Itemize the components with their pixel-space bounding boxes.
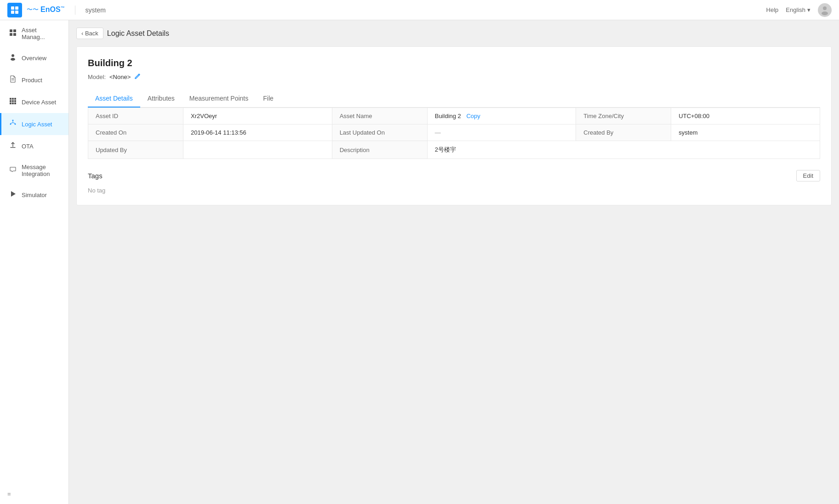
sidebar-item-label: Product xyxy=(22,77,42,84)
description-value: 2号楼宇 xyxy=(427,141,820,159)
sidebar-item-label: Device Asset xyxy=(22,99,56,106)
tags-header: Tags Edit xyxy=(88,170,820,181)
svg-marker-29 xyxy=(11,191,16,197)
svg-rect-15 xyxy=(12,98,14,100)
sidebar-item-logic-asset[interactable]: Logic Asset xyxy=(0,113,68,135)
svg-rect-8 xyxy=(10,33,12,36)
svg-line-27 xyxy=(11,123,13,124)
svg-rect-20 xyxy=(10,102,11,104)
svg-rect-19 xyxy=(14,100,16,102)
timezone-value: UTC+08:00 xyxy=(671,108,820,125)
description-label: Description xyxy=(332,141,427,159)
tab-attributes[interactable]: Attributes xyxy=(140,90,182,108)
asset-id-label: Asset ID xyxy=(88,108,183,125)
person-icon xyxy=(9,53,17,62)
tree-icon xyxy=(9,119,17,129)
svg-rect-9 xyxy=(13,33,16,36)
svg-point-4 xyxy=(823,6,827,10)
content-area: ‹ Back Logic Asset Details Building 2 Mo… xyxy=(69,20,839,504)
breadcrumb: ‹ Back Logic Asset Details xyxy=(76,28,832,39)
created-by-value: system xyxy=(671,125,820,141)
help-link[interactable]: Help xyxy=(766,6,779,13)
last-updated-label: Last Updated On xyxy=(332,125,427,141)
svg-rect-18 xyxy=(12,100,14,102)
sidebar: Asset Manag... Overview Product xyxy=(0,20,69,504)
svg-point-24 xyxy=(10,124,11,125)
sidebar-item-ota[interactable]: OTA xyxy=(0,135,68,157)
main-card: Building 2 Model: <None> Asset Details A… xyxy=(76,46,832,205)
asset-name-heading: Building 2 xyxy=(88,58,820,68)
language-arrow: ▾ xyxy=(807,6,810,13)
svg-point-11 xyxy=(11,58,15,61)
sidebar-item-overview[interactable]: Overview xyxy=(0,47,68,69)
svg-line-30 xyxy=(138,74,139,75)
asset-name-label: Asset Name xyxy=(332,108,427,125)
svg-point-5 xyxy=(822,11,828,15)
sidebar-item-label: OTA xyxy=(22,143,34,150)
topbar-divider xyxy=(75,6,75,15)
no-tag-text: No tag xyxy=(88,187,820,194)
message-icon xyxy=(9,166,17,175)
sidebar-item-device-asset[interactable]: Device Asset xyxy=(0,91,68,113)
svg-point-25 xyxy=(15,124,16,125)
table-row: Created On 2019-06-14 11:13:56 Last Upda… xyxy=(88,125,820,141)
svg-rect-22 xyxy=(14,102,16,104)
table-row: Asset ID Xr2VOeyr Asset Name Building 2 … xyxy=(88,108,820,125)
tab-asset-details[interactable]: Asset Details xyxy=(88,90,140,108)
sidebar-item-asset-management[interactable]: Asset Manag... xyxy=(0,20,68,47)
model-edit-icon[interactable] xyxy=(134,73,141,81)
main-layout: Asset Manag... Overview Product xyxy=(0,20,839,504)
tab-file[interactable]: File xyxy=(256,90,281,108)
grid-small-icon xyxy=(9,97,17,107)
svg-rect-16 xyxy=(14,98,16,100)
back-button[interactable]: ‹ Back xyxy=(76,28,103,39)
svg-point-10 xyxy=(11,54,14,57)
system-label: system xyxy=(86,6,106,14)
model-value: <None> xyxy=(109,74,131,80)
app-icon xyxy=(7,3,22,17)
last-updated-text: — xyxy=(435,129,441,136)
avatar[interactable] xyxy=(818,3,832,17)
svg-line-28 xyxy=(13,123,15,124)
sidebar-item-label: Asset Manag... xyxy=(22,27,61,40)
svg-rect-3 xyxy=(15,11,18,14)
detail-table: Asset ID Xr2VOeyr Asset Name Building 2 … xyxy=(88,108,820,159)
updated-by-label: Updated By xyxy=(88,141,183,159)
upload-icon xyxy=(9,142,17,151)
asset-name-text: Building 2 xyxy=(435,113,461,119)
play-icon xyxy=(9,190,17,199)
language-label: English xyxy=(786,6,805,13)
sidebar-collapse[interactable]: ≡ xyxy=(0,484,68,504)
enos-logo: EnOS™ xyxy=(40,6,65,14)
svg-rect-21 xyxy=(12,102,14,104)
sidebar-item-product[interactable]: Product xyxy=(0,69,68,91)
logo-area: 〜〜 EnOS™ system xyxy=(7,3,106,17)
page-title: Logic Asset Details xyxy=(107,29,169,38)
tags-section: Tags Edit No tag xyxy=(88,170,820,194)
topbar-right: Help English ▾ xyxy=(766,3,832,17)
copy-link[interactable]: Copy xyxy=(466,113,480,119)
tabs: Asset Details Attributes Measurement Poi… xyxy=(88,90,820,108)
language-selector[interactable]: English ▾ xyxy=(786,6,810,13)
tab-measurement-points[interactable]: Measurement Points xyxy=(182,90,256,108)
svg-rect-2 xyxy=(11,11,14,14)
created-on-label: Created On xyxy=(88,125,183,141)
sidebar-item-simulator[interactable]: Simulator xyxy=(0,184,68,206)
asset-id-value: Xr2VOeyr xyxy=(183,108,332,125)
svg-rect-7 xyxy=(13,29,16,32)
sidebar-item-label: Simulator xyxy=(22,192,47,198)
svg-rect-6 xyxy=(10,29,12,32)
document-icon xyxy=(9,75,17,85)
model-row: Model: <None> xyxy=(88,73,820,81)
updated-by-value xyxy=(183,141,332,159)
edit-button[interactable]: Edit xyxy=(796,170,820,181)
asset-name-value: Building 2 Copy xyxy=(427,108,576,125)
svg-rect-17 xyxy=(10,100,11,102)
sidebar-item-label: Message Integration xyxy=(22,164,61,177)
grid-icon xyxy=(9,29,17,38)
sidebar-item-message-integration[interactable]: Message Integration xyxy=(0,157,68,184)
created-by-label: Created By xyxy=(576,125,671,141)
model-label: Model: xyxy=(88,74,106,80)
logo-text: 〜〜 EnOS™ xyxy=(27,6,65,14)
collapse-icon: ≡ xyxy=(7,491,11,498)
